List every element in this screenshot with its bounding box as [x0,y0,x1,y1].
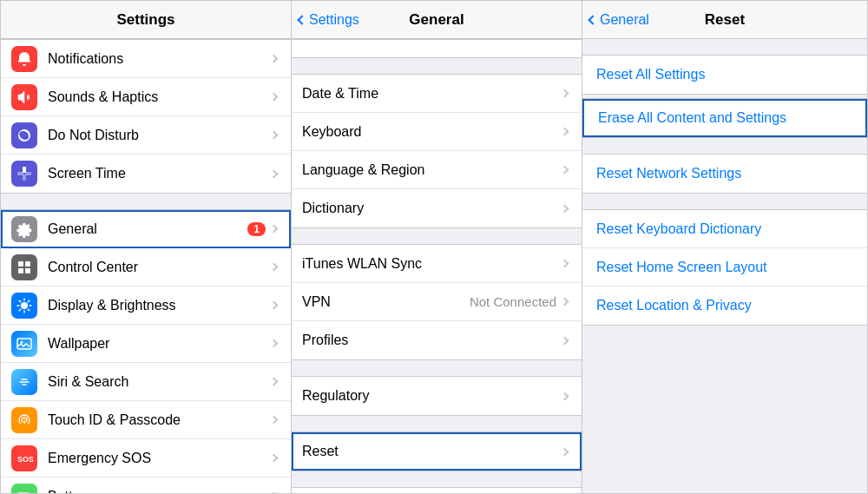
mid-column: Settings General Date & Time Keyboard La… [292,1,582,493]
notifications-label: Notifications [48,51,271,67]
display-label: Display & Brightness [48,298,271,313]
mid-back-label: Settings [309,12,359,28]
mid-row-dictionary[interactable]: Dictionary [292,189,582,227]
regulatory-label: Regulatory [302,388,562,404]
svg-rect-3 [25,172,31,175]
language-label: Language & Region [302,162,562,178]
mid-partial-row [292,39,582,58]
controlcenter-icon [11,254,37,280]
right-row-reset-keyboard[interactable]: Reset Keyboard Dictionary [582,210,867,248]
mid-row-reset[interactable]: Reset [292,432,582,471]
right-column: General Reset Reset All Settings Erase A… [582,1,867,493]
right-row-reset-network[interactable]: Reset Network Settings [582,155,867,193]
sidebar-item-sounds[interactable]: Sounds & Haptics [1,78,291,116]
vpn-label: VPN [302,294,470,310]
sidebar-item-wallpaper[interactable]: Wallpaper [1,325,291,363]
mid-row-itunes[interactable]: iTunes WLAN Sync [292,245,582,283]
left-scroll: Notifications Sounds & Haptics Do [1,39,291,493]
general-label: General [48,221,247,237]
touchid-icon [11,407,37,433]
sos-label: Emergency SOS [48,451,271,466]
wallpaper-chevron [270,339,279,348]
mid-row-vpn[interactable]: VPN Not Connected [292,283,582,321]
sidebar-item-controlcenter[interactable]: Control Center [1,248,291,287]
svg-rect-4 [18,261,23,267]
svg-rect-1 [23,175,26,181]
sidebar-item-sos[interactable]: SOS Emergency SOS [1,439,291,478]
screentime-chevron [270,169,279,178]
right-section1: Reset All Settings [582,55,867,95]
sidebar-item-battery[interactable]: Battery [1,478,291,493]
battery-label: Battery [48,489,271,494]
battery-icon [11,484,37,494]
sidebar-item-general[interactable]: General 1 [1,210,291,248]
svg-rect-2 [17,172,23,175]
svg-point-8 [21,302,28,309]
svg-rect-9 [17,339,31,349]
mid-section1: Date & Time Keyboard Language & Region D… [292,74,582,228]
controlcenter-label: Control Center [48,260,271,275]
right-row-erase-all[interactable]: Erase All Content and Settings [582,99,867,137]
sidebar-item-display[interactable]: Display & Brightness [1,287,291,325]
mid-spacer3 [292,360,582,376]
left-header: Settings [1,1,291,39]
sos-icon: SOS [11,445,37,471]
datetime-label: Date & Time [302,86,562,102]
right-row-reset-homescreen[interactable]: Reset Home Screen Layout [582,248,867,287]
touchid-chevron [270,416,279,425]
controlcenter-chevron [270,263,279,272]
svg-point-10 [21,340,23,343]
sidebar-item-siri[interactable]: Siri & Search [1,363,291,401]
right-back-button[interactable]: General [589,12,649,28]
keyboard-chevron [561,128,569,136]
right-spacer3 [582,138,867,154]
mid-row-shutdown[interactable]: Shut Down [292,488,582,493]
dnd-label: Do Not Disturb [48,128,271,143]
mid-section2: iTunes WLAN Sync VPN Not Connected Profi… [292,244,582,360]
itunes-label: iTunes WLAN Sync [302,256,562,272]
screentime-label: Screen Time [48,166,271,181]
mid-row-regulatory[interactable]: Regulatory [292,377,582,415]
mid-title: General [409,11,464,29]
datetime-chevron [561,89,569,98]
itunes-chevron [561,260,569,268]
mid-section4: Reset [292,431,582,471]
mid-row-profiles[interactable]: Profiles [292,321,582,359]
mid-section3: Regulatory [292,376,582,416]
reset-all-label: Reset All Settings [596,67,705,82]
right-section4: Reset Keyboard Dictionary Reset Home Scr… [582,209,867,326]
mid-header: Settings General [292,1,582,39]
svg-rect-6 [18,268,23,273]
spacer1 [1,194,291,209]
erase-all-label: Erase All Content and Settings [598,110,786,126]
reset-chevron [561,447,569,456]
right-row-reset-all[interactable]: Reset All Settings [582,56,867,94]
right-row-reset-location[interactable]: Reset Location & Privacy [582,287,867,325]
sounds-icon [11,84,37,110]
sidebar-item-screentime[interactable]: Screen Time [1,155,291,193]
sidebar-item-touchid[interactable]: Touch ID & Passcode [1,401,291,439]
general-chevron [270,225,279,234]
mid-row-language[interactable]: Language & Region [292,151,582,189]
notifications-icon [11,46,37,72]
right-back-label: General [600,12,649,28]
dictionary-chevron [561,204,569,213]
svg-rect-5 [25,261,30,267]
mid-row-datetime[interactable]: Date & Time [292,75,582,113]
right-scroll: Reset All Settings Erase All Content and… [582,39,867,493]
mid-scroll: Date & Time Keyboard Language & Region D… [292,39,582,493]
dnd-chevron [270,131,279,140]
display-icon [11,293,37,319]
mid-row-keyboard[interactable]: Keyboard [292,113,582,151]
mid-spacer5 [292,471,582,487]
wallpaper-label: Wallpaper [48,336,271,352]
sidebar-item-notifications[interactable]: Notifications [1,40,291,78]
reset-homescreen-label: Reset Home Screen Layout [596,260,767,275]
right-spacer1 [582,39,867,55]
mid-spacer1 [292,58,582,74]
svg-rect-12 [17,493,30,494]
siri-icon [11,369,37,395]
mid-back-button[interactable]: Settings [299,12,359,28]
left-section-group: Notifications Sounds & Haptics Do [1,39,291,493]
sidebar-item-dnd[interactable]: Do Not Disturb [1,116,291,155]
